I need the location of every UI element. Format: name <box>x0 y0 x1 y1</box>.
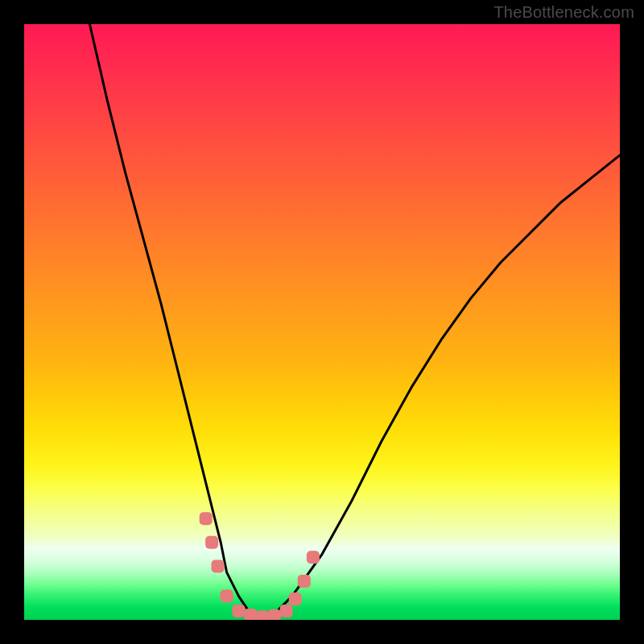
svg-rect-8 <box>280 605 293 617</box>
svg-rect-6 <box>256 610 269 620</box>
bottleneck-curve <box>89 24 620 620</box>
svg-rect-4 <box>232 605 245 617</box>
curve-layer <box>24 24 620 620</box>
plot-area <box>24 24 620 620</box>
watermark-text: TheBottleneck.com <box>493 3 634 22</box>
svg-rect-7 <box>268 609 281 620</box>
chart-frame: TheBottleneck.com <box>0 0 644 644</box>
svg-rect-0 <box>200 512 213 525</box>
svg-rect-11 <box>307 551 320 564</box>
svg-rect-9 <box>289 592 302 605</box>
svg-rect-2 <box>212 559 225 572</box>
svg-rect-3 <box>221 589 233 602</box>
svg-rect-5 <box>244 609 257 620</box>
svg-rect-10 <box>298 575 311 588</box>
svg-rect-1 <box>205 536 218 549</box>
